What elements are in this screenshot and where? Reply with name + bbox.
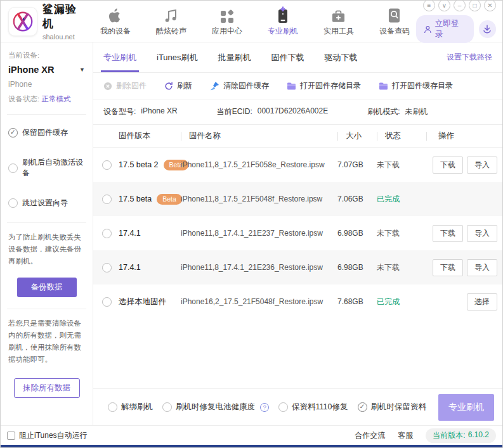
option-label: 跳过设置向导 <box>22 198 68 208</box>
header-firmware-name: 固件名称 <box>181 131 337 141</box>
download-button[interactable]: 下载 <box>433 259 463 276</box>
nav-item-my-devices[interactable]: 我的设备 <box>99 6 132 37</box>
radio-icon[interactable] <box>8 163 18 173</box>
dropdown-window-button[interactable]: ∨ <box>438 0 450 11</box>
help-icon[interactable]: ? <box>260 403 269 412</box>
flash-option-unbind-flash[interactable]: 解绑刷机 <box>108 402 153 413</box>
user-icon <box>424 25 432 34</box>
tool-open-firmware-storage-dir[interactable]: 打开固件存储目录 <box>287 80 361 91</box>
nav-item-utilities[interactable]: 实用工具 <box>322 6 355 37</box>
firmware-radio[interactable] <box>102 229 112 238</box>
import-button[interactable]: 导入 <box>467 259 497 276</box>
nav-label: 专业刷机 <box>268 26 298 37</box>
tab-driver-download[interactable]: 驱动下载 <box>325 42 358 72</box>
ecid-label: 当前ECID: <box>217 106 252 117</box>
pro-flash-button[interactable]: 专业刷机 <box>438 394 494 421</box>
flash-option-keep-data-on-flash[interactable]: 刷机时保留资料 <box>358 402 427 413</box>
minimize-window-button[interactable]: – <box>454 0 466 11</box>
import-button[interactable]: 导入 <box>467 225 497 242</box>
tool-open-firmware-cache-dir[interactable]: 打开固件缓存目录 <box>379 80 453 91</box>
firmware-size: 7.06GB <box>337 195 377 203</box>
flash-option-battery-health-fix[interactable]: 刷机时修复电池健康度? <box>162 402 269 413</box>
firmware-radio[interactable] <box>102 160 112 170</box>
nav-label: 应用中心 <box>212 26 242 37</box>
tool-delete-firmware[interactable]: 删除固件 <box>103 80 147 91</box>
tab-batch-flash[interactable]: 批量刷机 <box>218 42 251 72</box>
download-button[interactable]: 下载 <box>433 225 463 242</box>
erase-all-data-button[interactable]: 抹除所有数据 <box>14 378 80 398</box>
content-spacer <box>93 319 502 388</box>
header-status: 状态 <box>377 131 426 141</box>
option-label: 刷机时修复电池健康度 <box>176 402 255 413</box>
option-label: 刷机后自动激活设备 <box>22 157 85 179</box>
download-icon <box>483 25 492 34</box>
app-logo <box>8 7 37 36</box>
flash-phone-icon <box>276 6 290 23</box>
toolbox-icon <box>331 10 346 23</box>
sidebar-option-skip-setup[interactable]: 跳过设置向导 <box>8 198 85 208</box>
sidebar-option-auto-activate[interactable]: 刷机后自动激活设备 <box>8 157 85 179</box>
set-download-path-link[interactable]: 设置下载路径 <box>447 52 492 63</box>
firmware-status: 未下载 <box>377 262 426 273</box>
apps-icon <box>220 10 234 23</box>
app-title: 鲨漏验机 <box>42 2 88 31</box>
firmware-status: 已完成 <box>377 194 426 205</box>
status-bar-right: 合作交流客服 当前版本: 6.10.2 <box>355 428 496 443</box>
tab-pro-flash[interactable]: 专业刷机 <box>103 42 136 72</box>
cooperation-link[interactable]: 合作交流 <box>355 430 385 441</box>
radio-icon[interactable] <box>162 402 172 412</box>
tool-clear-firmware-cache[interactable]: 清除固件缓存 <box>210 80 269 91</box>
radio-icon[interactable] <box>278 402 288 412</box>
radio-icon[interactable] <box>358 402 367 412</box>
sidebar-device-section: 当前设备: iPhone XR ▼ iPhone 设备状态: 正常模式 <box>7 42 86 115</box>
firmware-radio[interactable] <box>102 263 112 272</box>
feedback-window-button[interactable]: ≡ <box>423 0 435 11</box>
tool-label: 删除固件 <box>116 80 147 91</box>
tab-itunes-flash[interactable]: iTunes刷机 <box>157 42 198 72</box>
tool-label: 清除固件缓存 <box>223 80 269 91</box>
table-row: 17.4.1iPhone11,8_17.4.1_21E237_Restore.i… <box>93 216 502 250</box>
support-link[interactable]: 客服 <box>398 430 413 441</box>
status-bar: 阻止iTunes自动运行 合作交流客服 当前版本: 6.10.2 <box>1 425 502 445</box>
firmware-version: 选择本地固件 <box>119 297 166 307</box>
tool-label: 刷新 <box>177 80 192 91</box>
download-button[interactable]: 下载 <box>433 157 463 174</box>
table-row: 17.4.1iPhone11,8_17.4.1_21E236_Restore.i… <box>93 250 502 285</box>
nav-item-device-check[interactable]: 设备查码 <box>378 6 411 37</box>
flash-action-bar: 解绑刷机刷机时修复电池健康度?保资料1110修复刷机时保留资料 专业刷机 <box>93 388 502 425</box>
backup-tip: 为了防止刷机失败丢失设备数据，建议先备份再刷机。 <box>8 231 85 267</box>
backup-data-button[interactable]: 备份数据 <box>17 278 77 297</box>
tool-refresh[interactable]: 刷新 <box>164 80 192 91</box>
radio-icon[interactable] <box>8 128 18 138</box>
nav-label: 设备查码 <box>379 26 410 37</box>
close-window-button[interactable]: ✕ <box>484 0 496 11</box>
nav-item-ringtones[interactable]: 酷炫铃声 <box>155 6 188 37</box>
flash-option-data-1110-fix[interactable]: 保资料1110修复 <box>278 402 348 413</box>
firmware-table-header: 固件版本 固件名称 大小 状态 操作 <box>93 125 502 148</box>
sidebar-option-keep-firmware-cache[interactable]: 保留固件缓存 <box>8 127 85 138</box>
firmware-radio[interactable] <box>102 195 112 204</box>
import-button[interactable]: 导入 <box>467 157 497 174</box>
firmware-radio[interactable] <box>102 297 112 307</box>
device-selector[interactable]: iPhone XR ▼ <box>8 65 85 75</box>
account-row: 立即登录 <box>416 15 496 43</box>
download-manager-button[interactable] <box>479 20 496 38</box>
choose-button[interactable]: 选择 <box>467 293 497 310</box>
login-button[interactable]: 立即登录 <box>416 15 474 43</box>
maximize-window-button[interactable]: □ <box>469 0 481 11</box>
tab-bar: 专业刷机iTunes刷机批量刷机固件下载驱动下载 设置下载路径 <box>93 42 502 73</box>
radio-icon[interactable] <box>108 402 117 412</box>
radio-icon[interactable] <box>8 198 18 208</box>
brand-block: 鲨漏验机 shalou.net <box>42 2 88 41</box>
firmware-size: 7.68GB <box>337 297 377 306</box>
firmware-size: 7.07GB <box>337 160 377 169</box>
nav-item-pro-flash[interactable]: 专业刷机 <box>266 6 299 37</box>
nav-item-app-center[interactable]: 应用中心 <box>211 6 244 37</box>
tab-firmware-download[interactable]: 固件下载 <box>271 42 304 72</box>
sidebar-erase-section: 若您只是需要清除设备内的所有数据，则无需刷机，使用抹除所有数据功能即可。 抹除所… <box>7 309 86 409</box>
device-type: iPhone <box>8 80 85 89</box>
block-itunes-option[interactable]: 阻止iTunes自动运行 <box>7 430 88 441</box>
block-itunes-checkbox[interactable] <box>7 432 15 440</box>
sidebar-options-section: 保留固件缓存刷机后自动激活设备跳过设置向导 <box>7 115 86 223</box>
chevron-down-icon: ▼ <box>79 67 85 73</box>
